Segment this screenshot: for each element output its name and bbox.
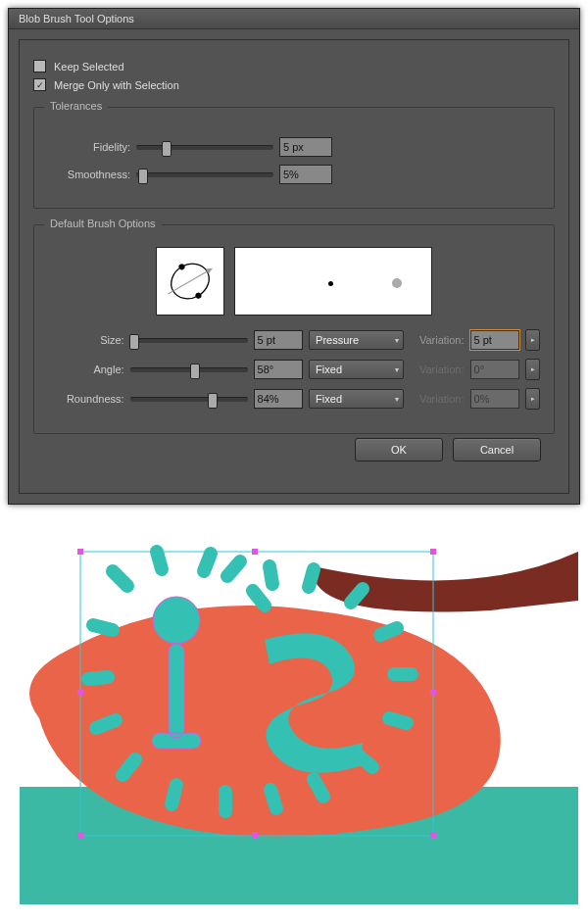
svg-point-3: [194, 292, 202, 300]
roundness-row: Roundness: 84% Fixed▾ Variation: 0% ▸: [48, 388, 540, 410]
svg-rect-36: [77, 690, 83, 696]
fidelity-label: Fidelity:: [48, 141, 130, 153]
size-preview[interactable]: [234, 247, 432, 316]
angle-slider[interactable]: [130, 367, 248, 372]
svg-line-25: [380, 628, 397, 635]
size-row: Size: 5 pt Pressure▾ Variation: 5 pt ▸: [48, 329, 540, 351]
svg-point-2: [177, 263, 185, 270]
keep-selected-label: Keep Selected: [54, 61, 124, 73]
chevron-down-icon: ▾: [395, 336, 399, 345]
svg-line-20: [270, 790, 276, 808]
svg-line-18: [172, 785, 176, 804]
roundness-variation-label: Variation:: [410, 393, 464, 405]
roundness-control-value: Fixed: [316, 393, 342, 405]
angle-label: Angle:: [48, 364, 124, 375]
blob-brush-dialog: Blob Brush Tool Options Keep Selected ✓ …: [8, 8, 580, 505]
dot-icon: [328, 281, 333, 286]
svg-line-27: [309, 569, 314, 587]
svg-rect-39: [252, 832, 258, 838]
angle-value[interactable]: 58°: [254, 360, 304, 379]
angle-row: Angle: 58° Fixed▾ Variation: 0° ▸: [48, 359, 540, 380]
svg-rect-34: [252, 549, 258, 555]
size-slider[interactable]: [130, 338, 248, 343]
chevron-down-icon: ▾: [395, 365, 399, 374]
angle-preview[interactable]: [156, 247, 224, 316]
svg-rect-33: [77, 549, 83, 555]
angle-variation-value: 0°: [470, 360, 520, 379]
angle-variation-stepper: ▸: [525, 359, 540, 380]
roundness-control-select[interactable]: Fixed▾: [309, 389, 404, 409]
slider-thumb-icon[interactable]: [190, 364, 200, 379]
angle-control-value: Fixed: [316, 364, 342, 375]
svg-line-10: [113, 571, 127, 586]
smoothness-value[interactable]: 5%: [279, 165, 332, 184]
angle-control-select[interactable]: Fixed▾: [309, 360, 404, 379]
roundness-label: Roundness:: [48, 393, 124, 405]
dot-icon: [392, 278, 402, 288]
size-control-select[interactable]: Pressure▾: [309, 330, 404, 350]
svg-line-26: [351, 589, 363, 603]
fidelity-slider[interactable]: [136, 145, 273, 150]
defaults-legend: Default Brush Options: [44, 218, 162, 229]
tolerances-group: Tolerances Fidelity: 5 px Smoothness: 5%: [33, 107, 555, 209]
tolerances-legend: Tolerances: [44, 100, 108, 112]
svg-rect-37: [430, 690, 436, 696]
roundness-value[interactable]: 84%: [254, 389, 304, 409]
svg-marker-4: [206, 266, 214, 273]
size-control-value: Pressure: [316, 334, 359, 346]
svg-line-22: [358, 754, 372, 767]
size-value[interactable]: 5 pt: [254, 330, 304, 350]
cancel-button[interactable]: Cancel: [453, 438, 541, 462]
svg-line-16: [96, 720, 116, 728]
size-variation-stepper[interactable]: ▸: [525, 329, 540, 351]
slider-thumb-icon[interactable]: [162, 141, 172, 157]
ok-button[interactable]: OK: [355, 438, 443, 462]
preview-row: [48, 247, 540, 316]
checkbox-icon[interactable]: [33, 60, 46, 73]
svg-line-23: [389, 718, 407, 723]
size-variation-label: Variation:: [410, 334, 464, 346]
svg-rect-35: [430, 549, 436, 555]
fidelity-value[interactable]: 5 px: [279, 137, 332, 157]
svg-rect-40: [430, 832, 436, 838]
svg-line-15: [88, 677, 108, 679]
slider-thumb-icon[interactable]: [129, 334, 139, 350]
roundness-variation-stepper: ▸: [525, 388, 540, 410]
dialog-body: Keep Selected ✓ Merge Only with Selectio…: [19, 39, 569, 494]
roundness-variation-value: 0%: [470, 389, 520, 409]
svg-line-14: [93, 625, 113, 630]
ellipse-icon: [166, 257, 215, 306]
roundness-slider[interactable]: [130, 397, 248, 402]
size-label: Size:: [48, 334, 124, 346]
keep-selected-row[interactable]: Keep Selected: [33, 60, 555, 73]
default-brush-group: Default Brush Options: [33, 224, 555, 434]
slider-thumb-icon[interactable]: [208, 393, 218, 409]
checkbox-checked-icon[interactable]: ✓: [33, 78, 46, 91]
svg-rect-8: [169, 644, 184, 738]
canvas-artwork[interactable]: [20, 512, 578, 904]
svg-line-29: [253, 591, 265, 606]
svg-line-13: [227, 561, 240, 576]
fidelity-row: Fidelity: 5 px: [48, 137, 540, 157]
smoothness-row: Smoothness: 5%: [48, 165, 540, 184]
svg-line-21: [314, 779, 323, 797]
merge-only-row[interactable]: ✓ Merge Only with Selection: [33, 78, 555, 91]
smoothness-slider[interactable]: [136, 172, 273, 177]
angle-variation-label: Variation:: [410, 364, 464, 375]
svg-rect-38: [77, 832, 83, 838]
slider-thumb-icon[interactable]: [138, 169, 148, 184]
chevron-down-icon: ▾: [395, 395, 399, 404]
svg-line-11: [157, 552, 162, 569]
svg-rect-9: [152, 733, 201, 749]
smoothness-label: Smoothness:: [48, 169, 130, 180]
svg-line-12: [204, 554, 211, 571]
button-row: OK Cancel: [33, 434, 555, 475]
merge-only-label: Merge Only with Selection: [54, 79, 179, 91]
svg-line-28: [270, 566, 272, 584]
dialog-title: Blob Brush Tool Options: [9, 9, 579, 29]
size-variation-value[interactable]: 5 pt: [470, 330, 520, 350]
